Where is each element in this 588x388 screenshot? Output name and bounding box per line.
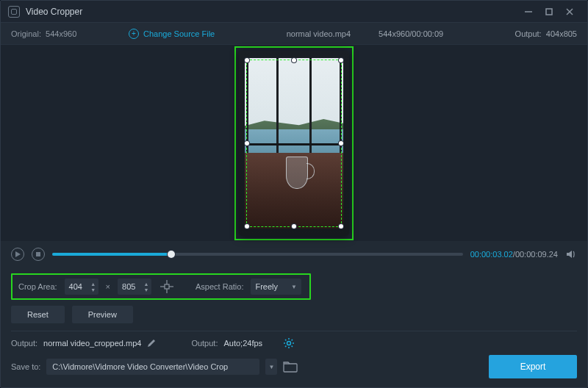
aspect-ratio-value: Freely xyxy=(255,282,278,291)
output-format-label: Output: xyxy=(191,339,218,348)
seek-bar[interactable] xyxy=(52,253,463,256)
multiply-icon: × xyxy=(106,282,110,291)
change-source-button[interactable]: + Change Source File xyxy=(129,29,215,39)
original-dimensions: Original: 544x960 xyxy=(11,29,129,38)
crop-area-label: Crop Area: xyxy=(18,282,57,291)
aspect-ratio-select[interactable]: Freely ▼ xyxy=(251,279,301,295)
chevron-down-icon: ▼ xyxy=(268,364,274,370)
app-logo-icon xyxy=(8,6,20,18)
reset-button[interactable]: Reset xyxy=(11,306,65,323)
crop-width-stepper[interactable]: ▲▼ xyxy=(90,281,97,292)
minimize-button[interactable] xyxy=(518,4,539,19)
export-button[interactable]: Export xyxy=(489,355,577,378)
crop-handle-mr[interactable] xyxy=(339,141,343,146)
svg-rect-10 xyxy=(165,284,169,289)
save-path-dropdown[interactable]: ▼ xyxy=(265,359,277,375)
time-current: 00:00:03.02 xyxy=(470,250,513,259)
svg-rect-1 xyxy=(546,9,552,15)
crop-handle-tm[interactable] xyxy=(292,58,296,62)
svg-rect-12 xyxy=(284,364,297,372)
stop-button[interactable] xyxy=(32,248,45,261)
original-label: Original: xyxy=(11,29,41,38)
chevron-down-icon: ▼ xyxy=(143,287,150,292)
info-bar: Original: 544x960 + Change Source File n… xyxy=(1,23,587,45)
save-to-label: Save to: xyxy=(11,362,40,371)
crop-controls-row: Crop Area: 404 ▲▼ × 805 ▲▼ Aspect Ratio:… xyxy=(11,273,311,300)
preview-button[interactable]: Preview xyxy=(72,306,133,323)
source-filename: normal video.mp4 xyxy=(287,29,351,38)
crop-handle-bl[interactable] xyxy=(245,224,249,229)
chevron-up-icon: ▲ xyxy=(143,281,150,287)
transport-bar: 00:00:03.02/00:00:09.24 xyxy=(1,241,587,267)
chevron-down-icon: ▼ xyxy=(291,284,297,290)
svg-point-11 xyxy=(287,342,291,345)
svg-marker-4 xyxy=(15,251,21,257)
crop-overlay[interactable] xyxy=(246,60,342,227)
window-title: Video Cropper xyxy=(26,7,518,17)
chevron-down-icon: ▼ xyxy=(90,287,97,292)
output-file-label: Output: xyxy=(11,339,37,348)
save-line: Save to: C:\Vidmore\Vidmore Video Conver… xyxy=(11,355,577,378)
crop-handle-bm[interactable] xyxy=(292,224,296,229)
crop-width-value: 404 xyxy=(69,282,87,291)
crop-width-field[interactable]: 404 ▲▼ xyxy=(65,279,98,295)
output-filename: normal video_cropped.mp4 xyxy=(43,339,141,348)
play-button[interactable] xyxy=(11,248,24,261)
video-frame xyxy=(239,51,349,236)
crop-handle-br[interactable] xyxy=(339,224,343,229)
crop-handle-tl[interactable] xyxy=(245,58,249,62)
crop-handle-tr[interactable] xyxy=(339,58,343,62)
action-buttons: Reset Preview xyxy=(11,306,577,323)
aspect-ratio-label: Aspect Ratio: xyxy=(196,282,243,291)
crop-height-stepper[interactable]: ▲▼ xyxy=(143,281,150,292)
close-button[interactable] xyxy=(559,4,580,19)
source-dim-duration: 544x960/00:00:09 xyxy=(379,29,443,38)
output-format-value: Auto;24fps xyxy=(223,339,262,348)
preview-area xyxy=(1,45,587,241)
output-dimensions: Output: 404x805 xyxy=(515,29,577,38)
maximize-button[interactable] xyxy=(539,4,559,19)
edit-icon[interactable] xyxy=(147,339,156,348)
source-info: normal video.mp4 544x960/00:00:09 xyxy=(215,29,514,38)
chevron-up-icon: ▲ xyxy=(90,281,97,287)
open-folder-icon[interactable] xyxy=(283,361,298,373)
bottom-panel: Output: normal video_cropped.mp4 Output:… xyxy=(1,331,587,387)
output-dim-label: Output: xyxy=(515,29,542,38)
center-crop-button[interactable] xyxy=(159,279,175,295)
output-line: Output: normal video_cropped.mp4 Output:… xyxy=(11,337,577,349)
volume-icon[interactable] xyxy=(565,248,577,260)
save-path-value: C:\Vidmore\Vidmore Video Converter\Video… xyxy=(52,362,228,371)
svg-rect-5 xyxy=(36,252,40,256)
titlebar: Video Cropper xyxy=(1,1,587,23)
settings-icon[interactable] xyxy=(283,337,295,349)
crop-handle-ml[interactable] xyxy=(245,141,249,146)
crop-height-value: 805 xyxy=(122,282,140,291)
original-value: 544x960 xyxy=(46,29,76,38)
output-dim-value: 404x805 xyxy=(546,29,577,38)
controls: Crop Area: 404 ▲▼ × 805 ▲▼ Aspect Ratio:… xyxy=(1,267,587,323)
crop-height-field[interactable]: 805 ▲▼ xyxy=(118,279,151,295)
highlight-annotation xyxy=(234,46,354,240)
change-source-label: Change Source File xyxy=(143,29,215,38)
time-display: 00:00:03.02/00:00:09.24 xyxy=(470,250,558,259)
save-path-field[interactable]: C:\Vidmore\Vidmore Video Converter\Video… xyxy=(46,359,259,375)
app-window: Video Cropper Original: 544x960 + Change… xyxy=(0,0,588,388)
seek-thumb[interactable] xyxy=(168,251,175,258)
seek-progress xyxy=(52,253,171,256)
time-total: 00:00:09.24 xyxy=(515,250,558,259)
plus-icon: + xyxy=(129,29,139,39)
